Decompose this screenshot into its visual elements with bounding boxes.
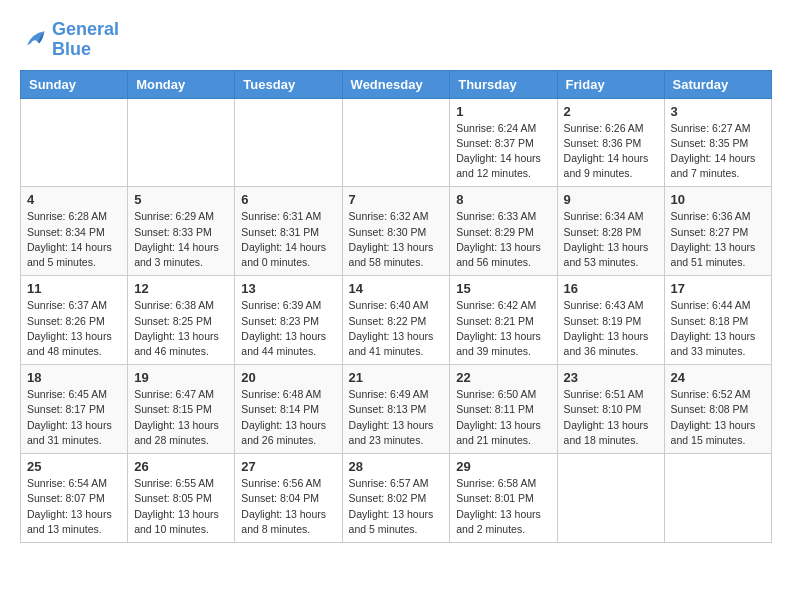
calendar-cell: 28Sunrise: 6:57 AM Sunset: 8:02 PM Dayli… — [342, 454, 450, 543]
column-header-wednesday: Wednesday — [342, 70, 450, 98]
calendar-cell: 3Sunrise: 6:27 AM Sunset: 8:35 PM Daylig… — [664, 98, 771, 187]
column-header-sunday: Sunday — [21, 70, 128, 98]
column-header-tuesday: Tuesday — [235, 70, 342, 98]
day-info: Sunrise: 6:45 AM Sunset: 8:17 PM Dayligh… — [27, 387, 121, 448]
calendar-week-row: 25Sunrise: 6:54 AM Sunset: 8:07 PM Dayli… — [21, 454, 772, 543]
calendar-cell — [664, 454, 771, 543]
column-header-thursday: Thursday — [450, 70, 557, 98]
calendar-cell: 7Sunrise: 6:32 AM Sunset: 8:30 PM Daylig… — [342, 187, 450, 276]
day-number: 22 — [456, 370, 550, 385]
calendar-week-row: 4Sunrise: 6:28 AM Sunset: 8:34 PM Daylig… — [21, 187, 772, 276]
day-number: 18 — [27, 370, 121, 385]
column-header-monday: Monday — [128, 70, 235, 98]
column-header-friday: Friday — [557, 70, 664, 98]
calendar-cell: 18Sunrise: 6:45 AM Sunset: 8:17 PM Dayli… — [21, 365, 128, 454]
day-info: Sunrise: 6:28 AM Sunset: 8:34 PM Dayligh… — [27, 209, 121, 270]
day-info: Sunrise: 6:36 AM Sunset: 8:27 PM Dayligh… — [671, 209, 765, 270]
day-info: Sunrise: 6:43 AM Sunset: 8:19 PM Dayligh… — [564, 298, 658, 359]
day-info: Sunrise: 6:29 AM Sunset: 8:33 PM Dayligh… — [134, 209, 228, 270]
calendar-cell: 16Sunrise: 6:43 AM Sunset: 8:19 PM Dayli… — [557, 276, 664, 365]
calendar-cell: 26Sunrise: 6:55 AM Sunset: 8:05 PM Dayli… — [128, 454, 235, 543]
calendar-cell: 10Sunrise: 6:36 AM Sunset: 8:27 PM Dayli… — [664, 187, 771, 276]
calendar-cell: 27Sunrise: 6:56 AM Sunset: 8:04 PM Dayli… — [235, 454, 342, 543]
calendar-cell — [557, 454, 664, 543]
calendar-cell: 13Sunrise: 6:39 AM Sunset: 8:23 PM Dayli… — [235, 276, 342, 365]
day-info: Sunrise: 6:32 AM Sunset: 8:30 PM Dayligh… — [349, 209, 444, 270]
day-number: 23 — [564, 370, 658, 385]
day-number: 19 — [134, 370, 228, 385]
calendar-header-row: SundayMondayTuesdayWednesdayThursdayFrid… — [21, 70, 772, 98]
logo: General Blue — [20, 20, 119, 60]
calendar-week-row: 18Sunrise: 6:45 AM Sunset: 8:17 PM Dayli… — [21, 365, 772, 454]
day-info: Sunrise: 6:33 AM Sunset: 8:29 PM Dayligh… — [456, 209, 550, 270]
day-info: Sunrise: 6:38 AM Sunset: 8:25 PM Dayligh… — [134, 298, 228, 359]
calendar-cell: 21Sunrise: 6:49 AM Sunset: 8:13 PM Dayli… — [342, 365, 450, 454]
day-info: Sunrise: 6:27 AM Sunset: 8:35 PM Dayligh… — [671, 121, 765, 182]
day-info: Sunrise: 6:47 AM Sunset: 8:15 PM Dayligh… — [134, 387, 228, 448]
day-info: Sunrise: 6:34 AM Sunset: 8:28 PM Dayligh… — [564, 209, 658, 270]
day-info: Sunrise: 6:44 AM Sunset: 8:18 PM Dayligh… — [671, 298, 765, 359]
calendar-cell: 8Sunrise: 6:33 AM Sunset: 8:29 PM Daylig… — [450, 187, 557, 276]
day-number: 29 — [456, 459, 550, 474]
day-number: 27 — [241, 459, 335, 474]
day-number: 3 — [671, 104, 765, 119]
day-info: Sunrise: 6:55 AM Sunset: 8:05 PM Dayligh… — [134, 476, 228, 537]
calendar-cell: 5Sunrise: 6:29 AM Sunset: 8:33 PM Daylig… — [128, 187, 235, 276]
column-header-saturday: Saturday — [664, 70, 771, 98]
calendar-cell: 20Sunrise: 6:48 AM Sunset: 8:14 PM Dayli… — [235, 365, 342, 454]
day-number: 17 — [671, 281, 765, 296]
calendar-cell: 12Sunrise: 6:38 AM Sunset: 8:25 PM Dayli… — [128, 276, 235, 365]
day-number: 13 — [241, 281, 335, 296]
day-info: Sunrise: 6:51 AM Sunset: 8:10 PM Dayligh… — [564, 387, 658, 448]
day-info: Sunrise: 6:58 AM Sunset: 8:01 PM Dayligh… — [456, 476, 550, 537]
calendar-cell — [235, 98, 342, 187]
day-info: Sunrise: 6:37 AM Sunset: 8:26 PM Dayligh… — [27, 298, 121, 359]
day-number: 15 — [456, 281, 550, 296]
day-number: 7 — [349, 192, 444, 207]
day-info: Sunrise: 6:42 AM Sunset: 8:21 PM Dayligh… — [456, 298, 550, 359]
page-header: General Blue — [20, 20, 772, 60]
day-number: 1 — [456, 104, 550, 119]
day-number: 14 — [349, 281, 444, 296]
day-info: Sunrise: 6:39 AM Sunset: 8:23 PM Dayligh… — [241, 298, 335, 359]
logo-text: General Blue — [52, 20, 119, 60]
calendar-cell: 2Sunrise: 6:26 AM Sunset: 8:36 PM Daylig… — [557, 98, 664, 187]
day-info: Sunrise: 6:52 AM Sunset: 8:08 PM Dayligh… — [671, 387, 765, 448]
day-number: 9 — [564, 192, 658, 207]
calendar-cell — [342, 98, 450, 187]
calendar-cell: 15Sunrise: 6:42 AM Sunset: 8:21 PM Dayli… — [450, 276, 557, 365]
day-info: Sunrise: 6:49 AM Sunset: 8:13 PM Dayligh… — [349, 387, 444, 448]
calendar-cell: 24Sunrise: 6:52 AM Sunset: 8:08 PM Dayli… — [664, 365, 771, 454]
day-info: Sunrise: 6:56 AM Sunset: 8:04 PM Dayligh… — [241, 476, 335, 537]
calendar-cell: 17Sunrise: 6:44 AM Sunset: 8:18 PM Dayli… — [664, 276, 771, 365]
calendar-table: SundayMondayTuesdayWednesdayThursdayFrid… — [20, 70, 772, 543]
day-info: Sunrise: 6:31 AM Sunset: 8:31 PM Dayligh… — [241, 209, 335, 270]
calendar-cell: 25Sunrise: 6:54 AM Sunset: 8:07 PM Dayli… — [21, 454, 128, 543]
day-info: Sunrise: 6:40 AM Sunset: 8:22 PM Dayligh… — [349, 298, 444, 359]
day-number: 21 — [349, 370, 444, 385]
day-number: 16 — [564, 281, 658, 296]
day-number: 8 — [456, 192, 550, 207]
day-number: 10 — [671, 192, 765, 207]
day-number: 26 — [134, 459, 228, 474]
calendar-cell: 19Sunrise: 6:47 AM Sunset: 8:15 PM Dayli… — [128, 365, 235, 454]
calendar-week-row: 1Sunrise: 6:24 AM Sunset: 8:37 PM Daylig… — [21, 98, 772, 187]
calendar-week-row: 11Sunrise: 6:37 AM Sunset: 8:26 PM Dayli… — [21, 276, 772, 365]
calendar-cell: 11Sunrise: 6:37 AM Sunset: 8:26 PM Dayli… — [21, 276, 128, 365]
day-number: 4 — [27, 192, 121, 207]
calendar-cell: 9Sunrise: 6:34 AM Sunset: 8:28 PM Daylig… — [557, 187, 664, 276]
day-info: Sunrise: 6:48 AM Sunset: 8:14 PM Dayligh… — [241, 387, 335, 448]
day-number: 12 — [134, 281, 228, 296]
calendar-cell: 22Sunrise: 6:50 AM Sunset: 8:11 PM Dayli… — [450, 365, 557, 454]
calendar-cell: 29Sunrise: 6:58 AM Sunset: 8:01 PM Dayli… — [450, 454, 557, 543]
day-number: 24 — [671, 370, 765, 385]
day-number: 11 — [27, 281, 121, 296]
day-info: Sunrise: 6:57 AM Sunset: 8:02 PM Dayligh… — [349, 476, 444, 537]
day-number: 20 — [241, 370, 335, 385]
day-number: 25 — [27, 459, 121, 474]
logo-icon — [20, 26, 48, 54]
calendar-cell: 4Sunrise: 6:28 AM Sunset: 8:34 PM Daylig… — [21, 187, 128, 276]
calendar-cell — [21, 98, 128, 187]
day-info: Sunrise: 6:54 AM Sunset: 8:07 PM Dayligh… — [27, 476, 121, 537]
day-info: Sunrise: 6:24 AM Sunset: 8:37 PM Dayligh… — [456, 121, 550, 182]
